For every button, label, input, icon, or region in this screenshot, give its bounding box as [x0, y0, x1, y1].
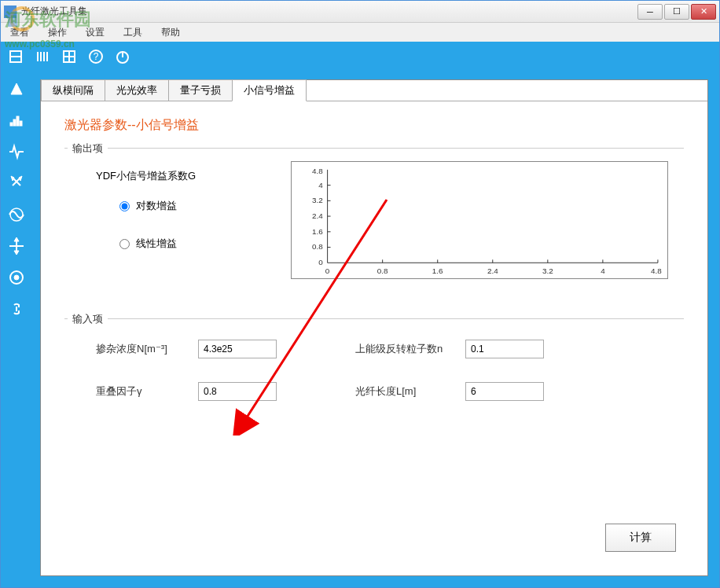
tab-quantum-defect[interactable]: 量子亏损	[168, 79, 233, 101]
svg-marker-21	[19, 176, 22, 181]
svg-rect-19	[20, 121, 22, 126]
svg-text:1.6: 1.6	[312, 227, 323, 236]
window-title: 光纤激光工具集	[21, 5, 637, 18]
svg-text:1.6: 1.6	[432, 266, 443, 275]
svg-text:2.4: 2.4	[487, 266, 498, 275]
svg-text:?: ?	[94, 51, 99, 62]
inversion-label: 上能级反转粒子数n	[355, 342, 465, 356]
sidebar-bars-icon[interactable]	[6, 109, 28, 131]
content-area: 纵模间隔 光光效率 量子亏损 小信号增益 激光器参数--小信号增益 输出项 YD…	[32, 72, 719, 587]
radio-log-input[interactable]	[119, 201, 130, 211]
input-legend: 输入项	[68, 312, 108, 326]
overlap-input[interactable]	[198, 382, 277, 401]
output-fieldset: 输出项 YDF小信号增益系数G 对数增益 线性增益	[64, 148, 684, 287]
svg-text:4.8: 4.8	[651, 266, 662, 275]
calculate-button[interactable]: 计算	[605, 524, 676, 552]
tab-longitudinal-mode[interactable]: 纵模间隔	[41, 79, 105, 101]
sidebar-triangle-icon[interactable]	[6, 78, 28, 100]
page-title: 激光器参数--小信号增益	[64, 117, 684, 134]
toolbar-btn-1[interactable]	[6, 46, 26, 67]
svg-text:3.2: 3.2	[542, 266, 553, 275]
svg-text:0.8: 0.8	[312, 242, 323, 251]
svg-text:4.8: 4.8	[312, 167, 323, 175]
help-icon[interactable]: ?	[86, 46, 106, 67]
menubar: 查看 操作 设置 工具 帮助	[1, 23, 719, 42]
tab-strip: 纵模间隔 光光效率 量子亏损 小信号增益	[41, 79, 707, 101]
menu-tools[interactable]: 工具	[120, 24, 145, 41]
app-icon	[4, 6, 17, 18]
svg-text:3.2: 3.2	[312, 196, 323, 204]
maximize-button[interactable]: ☐	[664, 4, 689, 20]
svg-marker-20	[11, 176, 14, 181]
toolbar: ?	[1, 42, 719, 72]
svg-text:0.8: 0.8	[377, 266, 388, 275]
gain-group-title: YDF小信号增益系数G	[96, 169, 196, 183]
sidebar-link-icon[interactable]	[6, 298, 28, 320]
sidebar-pulse-icon[interactable]	[6, 141, 28, 163]
output-legend: 输出项	[68, 141, 108, 156]
main-panel: 纵模间隔 光光效率 量子亏损 小信号增益 激光器参数--小信号增益 输出项 YD…	[40, 79, 708, 576]
radio-log-gain[interactable]: 对数增益	[119, 199, 196, 213]
input-fieldset: 输入项 掺杂浓度N[m⁻³] 上能级反转粒子数n 重叠因子γ 光纤长度L[m]	[64, 318, 684, 409]
minimize-button[interactable]: ─	[637, 4, 663, 20]
toolbar-btn-2[interactable]	[32, 46, 53, 67]
svg-text:0: 0	[325, 266, 330, 275]
svg-text:4: 4	[318, 181, 323, 189]
svg-rect-17	[13, 119, 16, 126]
svg-marker-25	[14, 237, 19, 241]
window-controls: ─ ☐ ✕	[637, 4, 716, 20]
sidebar-target-icon[interactable]	[6, 266, 28, 288]
main-area: 纵模间隔 光光效率 量子亏损 小信号增益 激光器参数--小信号增益 输出项 YD…	[1, 72, 719, 587]
tab-optical-efficiency[interactable]: 光光效率	[105, 79, 169, 101]
power-icon[interactable]	[112, 46, 133, 67]
doping-label: 掺杂浓度N[m⁻³]	[96, 342, 198, 356]
sidebar-cross-arrows-icon[interactable]	[6, 235, 28, 257]
tab-small-signal-gain[interactable]: 小信号增益	[232, 79, 307, 101]
sidebar-wave-icon[interactable]	[6, 204, 28, 226]
toolbar-btn-3[interactable]	[59, 46, 79, 67]
svg-point-28	[14, 275, 19, 280]
svg-text:4: 4	[601, 266, 605, 275]
menu-operate[interactable]: 操作	[45, 24, 70, 41]
length-input[interactable]	[465, 382, 544, 401]
menu-settings[interactable]: 设置	[83, 24, 108, 41]
svg-rect-18	[17, 116, 19, 126]
app-window: 光纤激光工具集 ─ ☐ ✕ 河东软件园 www.pc0359.cn 查看 操作 …	[0, 0, 720, 588]
titlebar: 光纤激光工具集 ─ ☐ ✕	[1, 1, 719, 23]
menu-view[interactable]: 查看	[7, 24, 32, 41]
length-label: 光纤长度L[m]	[355, 384, 465, 399]
tab-content: 激光器参数--小信号增益 输出项 YDF小信号增益系数G 对数增益	[41, 101, 707, 575]
doping-input[interactable]	[198, 340, 277, 358]
inversion-input[interactable]	[465, 340, 544, 358]
svg-text:0: 0	[318, 258, 323, 266]
radio-linear-gain[interactable]: 线性增益	[119, 237, 196, 251]
gain-chart: 0 0.8 1.6 2.4 3.2 4 4.8	[291, 161, 668, 279]
svg-marker-26	[14, 251, 19, 255]
svg-text:2.4: 2.4	[312, 211, 323, 220]
overlap-label: 重叠因子γ	[96, 384, 198, 399]
close-button[interactable]: ✕	[691, 4, 716, 20]
svg-rect-16	[10, 123, 13, 126]
svg-marker-15	[11, 83, 22, 94]
gain-radio-group: YDF小信号增益系数G 对数增益 线性增益	[96, 169, 196, 279]
sidebar	[1, 72, 32, 587]
menu-help[interactable]: 帮助	[158, 24, 183, 41]
sidebar-arrows-icon[interactable]	[6, 172, 28, 194]
radio-linear-input[interactable]	[119, 239, 130, 249]
